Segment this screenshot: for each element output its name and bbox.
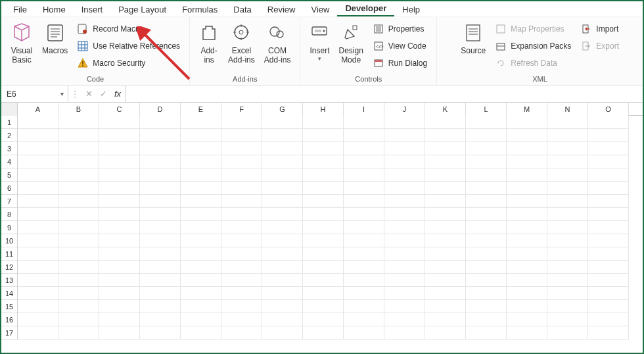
cell-A1[interactable] [18,116,58,129]
cell-H13[interactable] [303,274,344,287]
cell-C11[interactable] [99,247,140,261]
cell-L10[interactable] [466,234,507,247]
cell-F4[interactable] [221,155,262,168]
cell-C7[interactable] [99,195,140,208]
cell-I7[interactable] [344,195,384,208]
cell-G8[interactable] [262,208,303,221]
cell-K5[interactable] [425,168,466,182]
cell-H10[interactable] [303,234,344,247]
cell-B14[interactable] [58,287,99,300]
cell-E17[interactable] [181,326,221,340]
source-button[interactable]: Source [458,20,488,74]
cell-L8[interactable] [466,208,507,221]
cell-F8[interactable] [221,208,262,221]
cell-O15[interactable] [588,300,629,313]
cell-B9[interactable] [58,221,99,234]
row-head-10[interactable]: 10 [1,234,18,247]
cell-I12[interactable] [344,261,384,274]
cell-J5[interactable] [384,168,425,182]
cell-N7[interactable] [547,195,588,208]
col-head-L[interactable]: L [466,103,507,116]
cell-N11[interactable] [547,247,588,261]
cell-K11[interactable] [425,247,466,261]
cell-O14[interactable] [588,287,629,300]
tab-home[interactable]: Home [35,2,74,16]
cell-M2[interactable] [507,129,547,142]
col-head-K[interactable]: K [425,103,466,116]
cell-M11[interactable] [507,247,547,261]
cell-F14[interactable] [221,287,262,300]
addins-button[interactable]: Add- ins [196,20,221,74]
cell-F6[interactable] [221,182,262,195]
tab-file[interactable]: File [5,2,35,16]
col-head-I[interactable]: I [344,103,384,116]
tab-insert[interactable]: Insert [74,2,111,16]
chevron-down-icon[interactable]: ▾ [60,90,64,97]
cell-K3[interactable] [425,142,466,155]
cell-E1[interactable] [181,116,221,129]
cell-A2[interactable] [18,129,58,142]
cell-K12[interactable] [425,261,466,274]
cell-I16[interactable] [344,313,384,326]
cell-I1[interactable] [344,116,384,129]
cell-B6[interactable] [58,182,99,195]
cell-B1[interactable] [58,116,99,129]
row-head-15[interactable]: 15 [1,300,18,313]
cell-I2[interactable] [344,129,384,142]
cell-J14[interactable] [384,287,425,300]
cell-B15[interactable] [58,300,99,313]
map-properties-button[interactable]: Map Properties [492,21,574,37]
cell-I10[interactable] [344,234,384,247]
cell-E8[interactable] [181,208,221,221]
cell-A9[interactable] [18,221,58,234]
cell-O7[interactable] [588,195,629,208]
cell-L1[interactable] [466,116,507,129]
cell-E13[interactable] [181,274,221,287]
col-head-F[interactable]: F [221,103,262,116]
cell-K7[interactable] [425,195,466,208]
cell-H5[interactable] [303,168,344,182]
col-head-E[interactable]: E [181,103,221,116]
row-head-14[interactable]: 14 [1,287,18,300]
cell-G16[interactable] [262,313,303,326]
cell-H3[interactable] [303,142,344,155]
cell-D13[interactable] [140,274,181,287]
cell-F15[interactable] [221,300,262,313]
cell-K17[interactable] [425,326,466,340]
cell-G3[interactable] [262,142,303,155]
cell-C15[interactable] [99,300,140,313]
cell-F2[interactable] [221,129,262,142]
cell-E7[interactable] [181,195,221,208]
cell-F10[interactable] [221,234,262,247]
cell-G12[interactable] [262,261,303,274]
cell-J16[interactable] [384,313,425,326]
cell-B10[interactable] [58,234,99,247]
cell-A12[interactable] [18,261,58,274]
cell-A7[interactable] [18,195,58,208]
cell-O6[interactable] [588,182,629,195]
visual-basic-button[interactable]: Visual Basic [8,20,35,74]
cell-I6[interactable] [344,182,384,195]
cell-B11[interactable] [58,247,99,261]
cell-O4[interactable] [588,155,629,168]
name-box[interactable]: ▾ [1,86,68,102]
cell-D6[interactable] [140,182,181,195]
cell-C12[interactable] [99,261,140,274]
cell-G1[interactable] [262,116,303,129]
cell-M4[interactable] [507,155,547,168]
cell-M7[interactable] [507,195,547,208]
cell-H9[interactable] [303,221,344,234]
cell-H6[interactable] [303,182,344,195]
cell-M14[interactable] [507,287,547,300]
com-addins-button[interactable]: COM Add-ins [262,20,294,74]
cell-B3[interactable] [58,142,99,155]
cell-B7[interactable] [58,195,99,208]
cell-F11[interactable] [221,247,262,261]
cell-C1[interactable] [99,116,140,129]
cell-J3[interactable] [384,142,425,155]
cell-F16[interactable] [221,313,262,326]
cell-O12[interactable] [588,261,629,274]
cell-M10[interactable] [507,234,547,247]
cell-L7[interactable] [466,195,507,208]
cell-B16[interactable] [58,313,99,326]
